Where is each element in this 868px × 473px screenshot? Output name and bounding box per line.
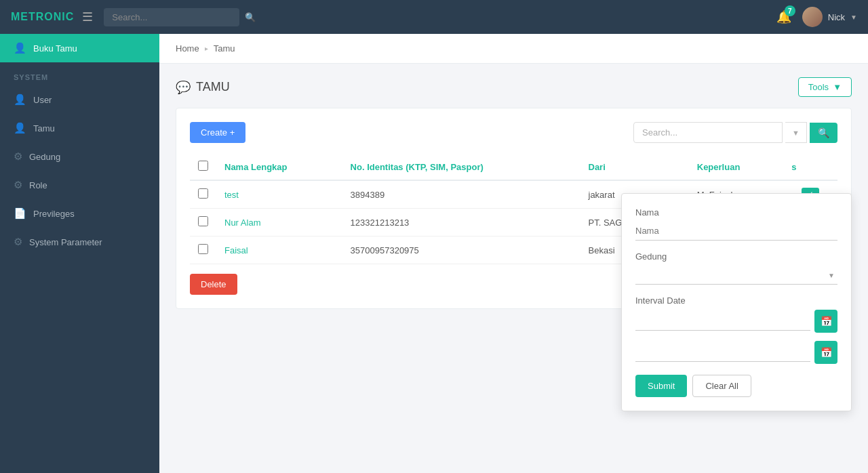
sidebar-previleges-label: Previleges bbox=[33, 209, 75, 219]
interval-to-row: 📅 bbox=[635, 341, 837, 364]
sidebar-item-previleges[interactable]: 📄 Previleges bbox=[0, 199, 159, 228]
user-menu[interactable]: Nick ▼ bbox=[802, 7, 857, 27]
panel-gedung-field: Gedung ▼ bbox=[635, 251, 837, 285]
topbar: METRONIC ☰ 🔍 🔔 7 Nick ▼ bbox=[0, 0, 868, 34]
menu-icon[interactable]: ☰ bbox=[82, 9, 93, 24]
search-go-icon: 🔍 bbox=[818, 127, 829, 138]
user-icon: 👤 bbox=[14, 94, 26, 106]
page-header: 💬 TAMU Tools ▼ bbox=[176, 77, 852, 97]
page-title-icon: 💬 bbox=[176, 80, 191, 95]
page-title: 💬 TAMU bbox=[176, 80, 230, 95]
sidebar-item-buku-tamu[interactable]: 👤 Buku Tamu bbox=[0, 34, 159, 62]
search-bar-wrap: ▼ 🔍 bbox=[633, 122, 837, 143]
panel-gedung-label: Gedung bbox=[635, 251, 837, 262]
tools-button[interactable]: Tools ▼ bbox=[798, 77, 852, 97]
interval-from-input[interactable] bbox=[635, 312, 810, 331]
row-nama: Nur Alam bbox=[216, 209, 342, 236]
row-id: 35700957320975 bbox=[342, 236, 580, 264]
topbar-search-input[interactable] bbox=[104, 8, 239, 26]
sidebar-item-gedung[interactable]: ⚙ Gedung bbox=[0, 142, 159, 171]
breadcrumb-home[interactable]: Home bbox=[176, 43, 199, 54]
nama-link[interactable]: test bbox=[224, 190, 239, 200]
sidebar-item-user[interactable]: 👤 User bbox=[0, 85, 159, 114]
bell-button[interactable]: 🔔 7 bbox=[776, 9, 791, 24]
panel-scroll-area: Nama Gedung ▼ bbox=[635, 207, 837, 397]
row-checkbox-cell bbox=[190, 180, 216, 209]
nama-link[interactable]: Faisal bbox=[224, 245, 248, 255]
panel-submit-button[interactable]: Submit bbox=[635, 375, 687, 397]
topbar-search-icon[interactable]: 🔍 bbox=[245, 12, 256, 22]
panel-clear-button[interactable]: Clear All bbox=[692, 375, 751, 397]
search-dropdown-arrow-icon: ▼ bbox=[792, 129, 800, 137]
th-nama: Nama Lengkap bbox=[216, 154, 342, 180]
table-head: Nama Lengkap No. Identitas (KTP, SIM, Pa… bbox=[190, 154, 837, 180]
tools-caret-icon: ▼ bbox=[833, 82, 842, 92]
page-title-text: TAMU bbox=[196, 80, 230, 94]
th-id: No. Identitas (KTP, SIM, Paspor) bbox=[342, 154, 580, 180]
row-checkbox[interactable] bbox=[198, 188, 208, 199]
calendar-from-icon: 📅 bbox=[821, 316, 832, 327]
calendar-to-button[interactable]: 📅 bbox=[814, 341, 837, 364]
create-button[interactable]: Create + bbox=[190, 122, 245, 143]
brand-logo: METRONIC bbox=[11, 11, 74, 23]
search-go-button[interactable]: 🔍 bbox=[810, 123, 837, 143]
system-param-icon: ⚙ bbox=[14, 236, 22, 248]
sidebar: 👤 Buku Tamu SYSTEM 👤 User 👤 Tamu ⚙ Gedun… bbox=[0, 34, 159, 473]
delete-label: Delete bbox=[201, 279, 226, 289]
sidebar-section-label: SYSTEM bbox=[0, 62, 159, 85]
panel-nama-label: Nama bbox=[635, 207, 837, 218]
breadcrumb-current: Tamu bbox=[214, 43, 235, 54]
sidebar-system-label: System Parameter bbox=[29, 237, 102, 247]
user-caret-icon: ▼ bbox=[850, 14, 857, 21]
previleges-icon: 📄 bbox=[14, 207, 26, 220]
search-dropdown-button[interactable]: ▼ bbox=[785, 122, 807, 143]
panel-interval-field: Interval Date 📅 📅 bbox=[635, 295, 837, 364]
main-area: 👤 Buku Tamu SYSTEM 👤 User 👤 Tamu ⚙ Gedun… bbox=[0, 34, 868, 473]
delete-button[interactable]: Delete bbox=[190, 274, 237, 295]
row-id: 123321213213 bbox=[342, 209, 580, 236]
sidebar-user-label: User bbox=[33, 95, 52, 105]
row-checkbox[interactable] bbox=[198, 244, 208, 254]
row-checkbox-cell bbox=[190, 236, 216, 264]
sidebar-tamu-label: Tamu bbox=[33, 123, 55, 133]
breadcrumb: Home ▸ Tamu bbox=[159, 34, 868, 64]
role-icon: ⚙ bbox=[14, 179, 22, 191]
tamu-icon: 👤 bbox=[14, 122, 26, 134]
buku-tamu-icon: 👤 bbox=[14, 42, 26, 54]
bell-badge: 7 bbox=[785, 5, 795, 16]
panel-interval-label: Interval Date bbox=[635, 295, 837, 306]
sidebar-role-label: Role bbox=[29, 180, 47, 190]
search-filter-panel: Nama Gedung ▼ bbox=[621, 193, 852, 411]
clear-label: Clear All bbox=[705, 381, 738, 391]
interval-from-row: 📅 bbox=[635, 310, 837, 333]
row-nama: test bbox=[216, 180, 342, 209]
select-all-checkbox[interactable] bbox=[198, 161, 208, 171]
row-nama: Faisal bbox=[216, 236, 342, 264]
sidebar-item-role[interactable]: ⚙ Role bbox=[0, 171, 159, 199]
table-search-input[interactable] bbox=[633, 122, 783, 143]
gedung-icon: ⚙ bbox=[14, 150, 22, 163]
avatar bbox=[802, 7, 823, 27]
nama-link[interactable]: Nur Alam bbox=[224, 218, 260, 228]
content-area: Home ▸ Tamu 💬 TAMU Tools ▼ bbox=[159, 34, 868, 473]
user-name-label: Nick bbox=[828, 12, 845, 22]
th-dari: Dari bbox=[580, 154, 689, 180]
breadcrumb-sep: ▸ bbox=[205, 45, 208, 52]
panel-gedung-select-wrap: ▼ bbox=[635, 266, 837, 285]
submit-label: Submit bbox=[648, 381, 675, 391]
panel-actions: Submit Clear All bbox=[635, 375, 837, 397]
sidebar-item-tamu[interactable]: 👤 Tamu bbox=[0, 114, 159, 142]
calendar-from-button[interactable]: 📅 bbox=[814, 310, 837, 333]
th-keperluan: Keperluan bbox=[689, 154, 784, 180]
interval-to-input[interactable] bbox=[635, 343, 810, 362]
sidebar-gedung-label: Gedung bbox=[29, 152, 60, 162]
sidebar-item-system-parameter[interactable]: ⚙ System Parameter bbox=[0, 228, 159, 256]
tools-label: Tools bbox=[808, 82, 829, 92]
th-actions: s bbox=[783, 154, 837, 180]
panel-gedung-select[interactable] bbox=[635, 266, 837, 285]
table-toolbar: Create + ▼ 🔍 bbox=[190, 122, 837, 143]
panel-nama-field: Nama bbox=[635, 207, 837, 241]
row-checkbox[interactable] bbox=[198, 216, 208, 226]
row-checkbox-cell bbox=[190, 209, 216, 236]
panel-nama-input[interactable] bbox=[635, 222, 837, 241]
